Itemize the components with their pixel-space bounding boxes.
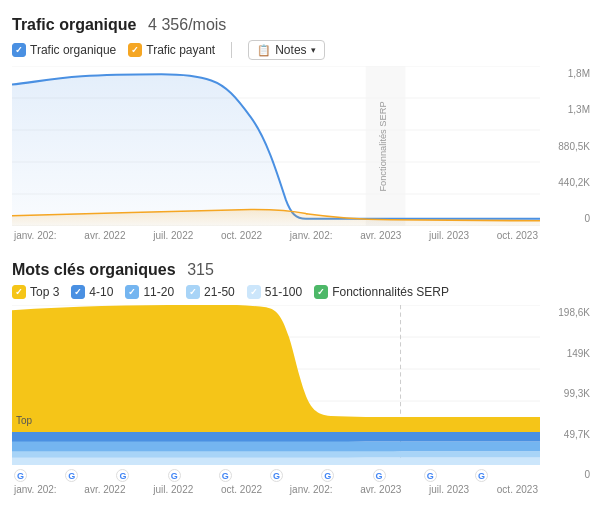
divider1 <box>231 42 232 58</box>
section2-chart: Top <box>12 305 540 465</box>
google-icon-8: G <box>373 469 386 482</box>
google-icon-5: G <box>219 469 232 482</box>
legend-organic[interactable]: ✓ Trafic organique <box>12 43 116 57</box>
top-label: Top <box>16 415 32 426</box>
legend-paid[interactable]: ✓ Trafic payant <box>128 43 215 57</box>
legend-top3[interactable]: ✓ Top 3 <box>12 285 59 299</box>
checkbox-serp[interactable]: ✓ <box>314 285 328 299</box>
notes-icon: 📋 <box>257 44 271 57</box>
google-icon-3: G <box>116 469 129 482</box>
section2-legend: ✓ Top 3 ✓ 4-10 ✓ 11-20 ✓ 21-50 ✓ 51 <box>12 285 590 299</box>
google-icon-10: G <box>475 469 488 482</box>
organic-traffic-section: Trafic organique 4 356/mois ✓ Trafic org… <box>12 16 590 241</box>
checkbox-51-100[interactable]: ✓ <box>247 285 261 299</box>
chevron-down-icon: ▾ <box>311 45 316 55</box>
section1-svg: Fonctionnalités SERP <box>12 66 540 226</box>
checkbox-11-20[interactable]: ✓ <box>125 285 139 299</box>
google-icon-6: G <box>270 469 283 482</box>
section2-title: Mots clés organiques <box>12 261 176 278</box>
section1-legend: ✓ Trafic organique ✓ Trafic payant 📋 Not… <box>12 40 590 60</box>
notes-button[interactable]: 📋 Notes ▾ <box>248 40 324 60</box>
google-icons-row: G G G G G G G G G G <box>12 469 490 482</box>
legend-4-10[interactable]: ✓ 4-10 <box>71 285 113 299</box>
serp-label-chart1: Fonctionnalités SERP <box>378 101 388 191</box>
checkbox-paid[interactable]: ✓ <box>128 43 142 57</box>
section2-count: 315 <box>187 261 214 278</box>
section2-chart-wrapper: Top G G G G G G G G G G 198,6K 149K 99,3… <box>12 305 590 482</box>
section2-svg: Top <box>12 305 540 465</box>
legend-11-20[interactable]: ✓ 11-20 <box>125 285 174 299</box>
legend-21-50[interactable]: ✓ 21-50 <box>186 285 235 299</box>
section2-chart-inner: Top G G G G G G G G G G <box>12 305 540 482</box>
organic-keywords-section: Mots clés organiques 315 ✓ Top 3 ✓ 4-10 … <box>12 261 590 495</box>
google-icon-2: G <box>65 469 78 482</box>
google-icon-4: G <box>168 469 181 482</box>
section2-x-axis: janv. 202: avr. 2022 juil. 2022 oct. 202… <box>12 484 540 495</box>
section1-chart-inner: Fonctionnalités SERP <box>12 66 540 226</box>
checkbox-21-50[interactable]: ✓ <box>186 285 200 299</box>
checkbox-4-10[interactable]: ✓ <box>71 285 85 299</box>
section1-count: 4 356/mois <box>148 16 226 33</box>
section1-chart-wrapper: Fonctionnalités SERP <box>12 66 590 226</box>
section1-x-axis: janv. 202: avr. 2022 juil. 2022 oct. 202… <box>12 230 540 241</box>
legend-51-100[interactable]: ✓ 51-100 <box>247 285 302 299</box>
google-icon-1: G <box>14 469 27 482</box>
checkbox-organic[interactable]: ✓ <box>12 43 26 57</box>
section1-title: Trafic organique <box>12 16 136 33</box>
section2-y-axis: 198,6K 149K 99,3K 49,7K 0 <box>544 305 590 482</box>
google-icon-7: G <box>321 469 334 482</box>
section1-chart: Fonctionnalités SERP <box>12 66 540 226</box>
legend-serp-features[interactable]: ✓ Fonctionnalités SERP <box>314 285 449 299</box>
google-icon-9: G <box>424 469 437 482</box>
checkbox-top3[interactable]: ✓ <box>12 285 26 299</box>
section1-y-axis: 1,8M 1,3M 880,5K 440,2K 0 <box>544 66 590 226</box>
